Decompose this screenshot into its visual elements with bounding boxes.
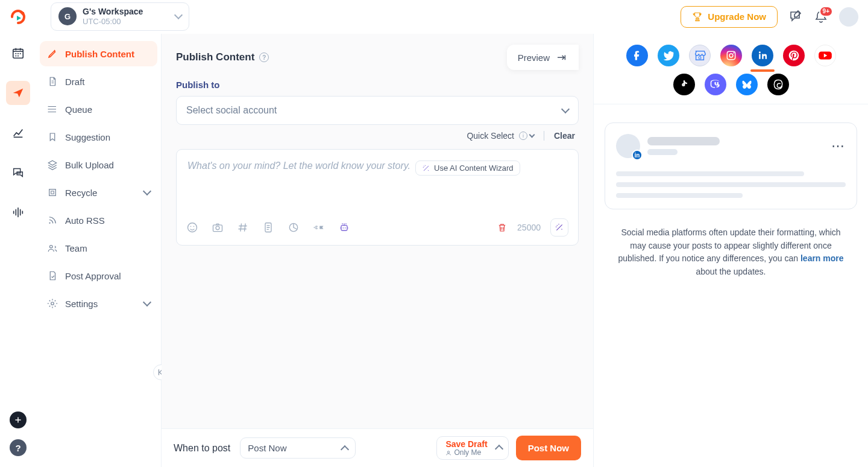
enhance-button[interactable] bbox=[550, 218, 568, 237]
upgrade-button[interactable]: Upgrade Now bbox=[681, 6, 778, 28]
plug-icon bbox=[313, 221, 325, 234]
team-icon bbox=[47, 243, 58, 253]
svg-point-5 bbox=[49, 222, 50, 223]
char-count: 25000 bbox=[517, 223, 541, 232]
ai-tool[interactable] bbox=[338, 221, 350, 234]
composer-input[interactable]: What's on your mind? Let the world know … bbox=[187, 160, 410, 171]
platform-twitter[interactable] bbox=[658, 45, 679, 66]
rail-help-button[interactable]: ? bbox=[10, 439, 27, 456]
workspace-timezone: UTC-05:00 bbox=[83, 17, 143, 27]
sidebar-item-team[interactable]: Team bbox=[40, 235, 157, 261]
rail-add-button[interactable] bbox=[10, 411, 27, 428]
svg-point-21 bbox=[729, 54, 733, 57]
composer: What's on your mind? Let the world know … bbox=[176, 149, 579, 246]
trophy-icon bbox=[692, 11, 703, 22]
rail-engage[interactable] bbox=[6, 160, 30, 185]
sidebar-item-settings[interactable]: Settings bbox=[40, 291, 157, 316]
workspace-picker[interactable]: G G's Workspace UTC-05:00 bbox=[51, 2, 189, 30]
svg-rect-15 bbox=[341, 226, 347, 230]
preview-toggle[interactable]: Preview ⇥ bbox=[507, 45, 579, 70]
sidebar-item-label: Team bbox=[65, 243, 87, 253]
platform-youtube[interactable] bbox=[814, 45, 836, 66]
ai-content-wizard-button[interactable]: Use AI Content Wizard bbox=[415, 160, 520, 176]
sidebar-item-label: Publish Content bbox=[65, 49, 134, 59]
template-icon bbox=[262, 221, 274, 234]
svg-point-18 bbox=[448, 451, 450, 453]
tiktok-icon bbox=[679, 79, 690, 90]
bookmark-icon bbox=[47, 132, 58, 142]
save-draft-visibility: Only Me bbox=[445, 449, 487, 457]
svg-point-2 bbox=[48, 109, 49, 110]
sidebar-item-recycle[interactable]: Recycle bbox=[40, 180, 157, 205]
emoji-tool[interactable] bbox=[186, 221, 198, 234]
platform-instagram[interactable] bbox=[720, 45, 742, 66]
camera-icon bbox=[212, 221, 224, 234]
sidebar-item-auto-rss[interactable]: Auto RSS bbox=[40, 208, 157, 233]
social-account-select[interactable]: Select social account bbox=[176, 96, 579, 125]
platform-google-business[interactable]: G bbox=[689, 45, 711, 66]
sidebar-item-publish[interactable]: Publish Content bbox=[40, 41, 157, 66]
facebook-icon bbox=[631, 49, 643, 62]
svg-point-8 bbox=[188, 223, 197, 232]
google-business-icon: G bbox=[693, 49, 706, 62]
sidebar-item-label: Draft bbox=[65, 77, 85, 87]
notifications-icon[interactable]: 9+ bbox=[814, 10, 828, 24]
feedback-icon[interactable] bbox=[788, 10, 803, 24]
rail-analytics[interactable] bbox=[6, 121, 30, 145]
hashtag-tool[interactable] bbox=[237, 221, 249, 234]
workspace-avatar: G bbox=[58, 7, 77, 25]
rail-calendar[interactable] bbox=[6, 41, 30, 65]
when-to-post-select[interactable]: Post Now bbox=[240, 437, 356, 459]
wand-icon bbox=[422, 164, 430, 173]
template-tool[interactable] bbox=[262, 221, 274, 234]
upgrade-label: Upgrade Now bbox=[708, 11, 766, 22]
svg-point-12 bbox=[216, 226, 219, 230]
linkedin-icon bbox=[756, 49, 769, 62]
publish-to-label: Publish to bbox=[176, 80, 579, 90]
platform-linkedin[interactable] bbox=[752, 45, 773, 66]
analytics-icon bbox=[11, 126, 25, 139]
preview-label: Preview bbox=[518, 52, 550, 63]
rail-publish[interactable] bbox=[6, 81, 30, 105]
clear-button[interactable]: Clear bbox=[554, 131, 575, 141]
paper-plane-icon bbox=[11, 86, 25, 100]
platform-mastodon[interactable] bbox=[705, 74, 726, 95]
sidebar-item-post-approval[interactable]: Post Approval bbox=[40, 263, 157, 288]
camera-tool[interactable] bbox=[212, 221, 224, 234]
sidebar-item-bulk-upload[interactable]: Bulk Upload bbox=[40, 152, 157, 177]
chevron-up-icon bbox=[341, 445, 349, 453]
preview-more-icon[interactable]: ⋯ bbox=[831, 138, 846, 154]
integration-tool[interactable] bbox=[313, 221, 325, 234]
post-now-button[interactable]: Post Now bbox=[516, 436, 581, 460]
queue-icon bbox=[47, 104, 58, 115]
learn-more-link[interactable]: learn more bbox=[800, 253, 844, 263]
recycle-icon bbox=[47, 187, 58, 198]
platform-pinterest[interactable] bbox=[783, 45, 805, 66]
platform-bluesky[interactable] bbox=[736, 74, 758, 95]
preview-author-placeholder bbox=[647, 137, 720, 155]
quick-select-button[interactable]: Quick Select i bbox=[467, 131, 534, 141]
delete-tool[interactable] bbox=[497, 222, 508, 233]
app-logo[interactable] bbox=[0, 8, 36, 25]
svg-point-7 bbox=[51, 302, 54, 305]
platform-facebook[interactable] bbox=[626, 45, 648, 66]
platform-threads[interactable] bbox=[767, 74, 789, 95]
rail-listening[interactable] bbox=[6, 200, 30, 224]
sidebar-item-draft[interactable]: Draft bbox=[40, 69, 157, 94]
chevron-down-icon bbox=[529, 132, 535, 138]
user-avatar[interactable] bbox=[839, 7, 858, 27]
threads-icon bbox=[772, 78, 784, 91]
preview-avatar: in bbox=[616, 134, 640, 158]
trash-icon bbox=[497, 222, 508, 233]
sidebar-item-label: Suggestion bbox=[65, 132, 110, 142]
sidebar-item-queue[interactable]: Queue bbox=[40, 97, 157, 122]
schedule-tool[interactable] bbox=[288, 221, 300, 234]
layers-icon bbox=[47, 159, 58, 170]
select-placeholder: Select social account bbox=[186, 105, 277, 116]
sidebar-item-label: Post Approval bbox=[65, 271, 121, 281]
sidebar-item-suggestion[interactable]: Suggestion bbox=[40, 124, 157, 150]
help-icon[interactable]: ? bbox=[259, 52, 269, 62]
platform-tiktok[interactable] bbox=[673, 74, 695, 95]
instagram-icon bbox=[725, 49, 737, 62]
save-draft-button[interactable]: Save Draft Only Me bbox=[436, 436, 508, 460]
